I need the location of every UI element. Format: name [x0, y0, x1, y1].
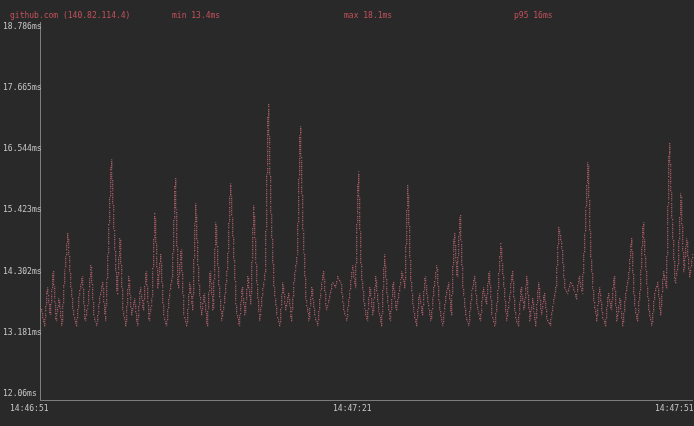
latency-dot-plot: [0, 0, 694, 426]
x-tick-label-start: 14:46:51: [10, 404, 49, 413]
x-axis-line: [40, 400, 693, 401]
x-tick-label-end: 14:47:51: [655, 404, 694, 413]
y-tick-label: 13.181ms: [3, 328, 42, 337]
y-tick-label: 14.302ms: [3, 267, 42, 276]
terminal-latency-monitor: github.com (140.82.114.4) min 13.4ms max…: [0, 0, 694, 426]
y-tick-label: 15.423ms: [3, 205, 42, 214]
x-tick-label-middle: 14:47:21: [333, 404, 372, 413]
y-tick-label: 16.544ms: [3, 144, 42, 153]
min-latency-stat: min 13.4ms: [172, 11, 220, 20]
y-tick-label: 18.786ms: [3, 22, 42, 31]
host-label: github.com (140.82.114.4): [10, 11, 130, 20]
y-tick-label: 12.06ms: [3, 389, 37, 398]
max-latency-stat: max 18.1ms: [344, 11, 392, 20]
p95-latency-stat: p95 16ms: [514, 11, 553, 20]
y-tick-label: 17.665ms: [3, 83, 42, 92]
